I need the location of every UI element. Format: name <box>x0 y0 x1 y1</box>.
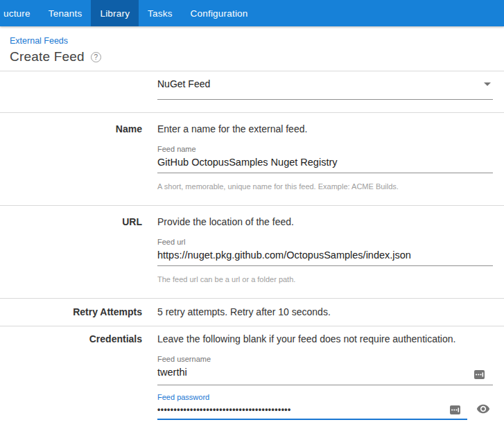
credentials-section-label: Credentials <box>0 333 142 420</box>
retry-description[interactable]: 5 retry attempts. Retry after 10 seconds… <box>157 306 493 318</box>
feed-url-input[interactable]: https://nuget.pkg.github.com/OctopusSamp… <box>157 249 493 266</box>
section-url: URL Provide the location of the feed. Fe… <box>0 206 504 299</box>
feed-url-helper-text: The feed url can be a url or a folder pa… <box>157 275 493 284</box>
nav-tab-configuration[interactable]: Configuration <box>182 0 257 26</box>
feed-name-field: Feed name GitHub OctopusSamples Nuget Re… <box>157 145 493 173</box>
url-section-label: URL <box>0 216 142 284</box>
name-description: Enter a name for the external feed. <box>157 123 493 135</box>
section-name: Name Enter a name for the external feed.… <box>0 113 504 206</box>
breadcrumb-external-feeds[interactable]: External Feeds <box>10 36 68 46</box>
feed-username-input[interactable]: twerthi <box>157 366 493 385</box>
feed-password-field: Feed password ••••••••••••••••••••••••••… <box>157 393 493 420</box>
feed-name-input[interactable]: GitHub OctopusSamples Nuget Registry <box>157 156 493 173</box>
nav-tab-library[interactable]: Library <box>91 0 139 26</box>
feed-username-field-label: Feed username <box>157 355 493 364</box>
url-description: Provide the location of the feed. <box>157 216 493 228</box>
feed-url-field-label: Feed url <box>157 238 493 247</box>
eye-icon <box>476 402 490 416</box>
page-title: Create Feed <box>10 49 85 64</box>
feed-type-label <box>0 78 142 100</box>
feed-type-select[interactable]: NuGet Feed <box>157 78 493 100</box>
show-password-button[interactable] <box>475 401 492 417</box>
feed-password-field-label: Feed password <box>157 393 493 402</box>
nav-tab-tenants[interactable]: Tenants <box>40 0 92 26</box>
feed-username-field: Feed username twerthi <box>157 355 493 385</box>
name-section-label: Name <box>0 123 142 191</box>
autofill-ellipsis-icon[interactable] <box>474 370 485 379</box>
nav-tab-infrastructure[interactable]: ucture <box>0 0 40 26</box>
feed-url-field: Feed url https://nuget.pkg.github.com/Oc… <box>157 238 493 266</box>
chevron-down-icon <box>484 82 491 86</box>
help-circle-icon[interactable]: ? <box>91 52 101 62</box>
feed-password-input[interactable]: ••••••••••••••••••••••••••••••••••••••••… <box>157 402 467 420</box>
autofill-ellipsis-icon[interactable] <box>450 405 460 414</box>
section-credentials: Credentials Leave the following blank if… <box>0 326 504 420</box>
feed-name-helper-text: A short, memorable, unique name for this… <box>157 182 493 191</box>
create-feed-form: NuGet Feed Name Enter a name for the ext… <box>0 71 504 420</box>
feed-type-selected-value: NuGet Feed <box>157 78 493 90</box>
nav-tab-tasks[interactable]: Tasks <box>139 0 182 26</box>
feed-password-masked-value: ••••••••••••••••••••••••••••••••••••••••… <box>157 405 467 414</box>
section-retry-attempts: Retry Attempts 5 retry attempts. Retry a… <box>0 299 504 326</box>
feed-name-field-label: Feed name <box>157 145 493 154</box>
top-navbar: ucture Tenants Library Tasks Configurati… <box>0 0 504 26</box>
page-title-row: Create Feed ? <box>10 49 504 64</box>
retry-section-label: Retry Attempts <box>0 306 142 318</box>
credentials-description: Leave the following blank if your feed d… <box>157 333 493 345</box>
section-feed-type: NuGet Feed <box>0 71 504 113</box>
